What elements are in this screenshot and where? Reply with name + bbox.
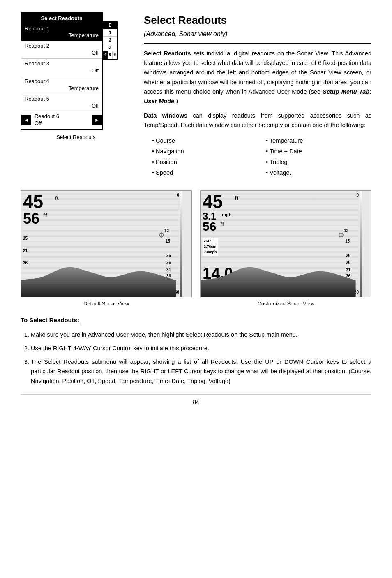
desc-intro-bold: Select Readouts (144, 50, 191, 57)
icon-row-bottom: 4 5 6 (103, 51, 117, 59)
terrain-svg-custom (201, 260, 356, 297)
arrow-left-icon[interactable]: ◄ (21, 115, 31, 125)
fish-icon-default: ⚙ (158, 230, 165, 241)
depth-main-custom: 45 (203, 193, 223, 211)
depth-unit-default: ft (55, 194, 59, 202)
list-item-course: Course (152, 135, 258, 146)
menu-item-readout1[interactable]: Readout 1 Temperature (21, 24, 102, 42)
scale-top-label-default: 0 (177, 192, 179, 198)
side-label-21: 21 (23, 247, 28, 254)
scale-top-label-custom: 0 (356, 192, 359, 198)
right-label-26a: 26 (166, 252, 171, 259)
list-item-speed: Speed (152, 167, 258, 178)
description-paragraph1: Select Readouts sets individual digital … (144, 49, 371, 106)
list-item-triplog: Triplog (266, 157, 371, 167)
instructions-list: Make sure you are in Advanced User Mode,… (31, 330, 371, 386)
readout3-label: Readout 3 (25, 60, 99, 67)
readout2-value: Off (25, 50, 99, 57)
readout3-value: Off (25, 67, 99, 74)
default-sonar-image: 0 60 45 ft 56 °f 15 21 36 12 15 26 26 31… (21, 190, 192, 297)
customized-sonar-view: 0 60 45 ft 3.1 mph 56 °f 2:47 2.76sm 7.0… (200, 190, 371, 308)
nav-gsm: 2.76sm (204, 244, 217, 250)
readout4-label: Readout 4 (25, 78, 99, 85)
icon-2: 2 (103, 37, 117, 44)
readout6-inner: Readout 6 Off (31, 113, 92, 127)
desc-p1-end: .) (174, 98, 178, 104)
right-label-26c: 26 (346, 252, 350, 259)
menu-caption: Select Readouts (21, 133, 131, 141)
readout6-label: Readout 6 (35, 113, 89, 120)
nav-time: 2:47 (204, 238, 217, 244)
list-item-voltage: Voltage. (266, 167, 371, 178)
left-menu-panel: Select Readouts Readout 1 Temperature Re… (21, 12, 131, 182)
icon-1: 1 (103, 29, 117, 37)
icon-5: 5 (108, 51, 113, 59)
right-label-12: 12 (164, 228, 169, 234)
title-divider (144, 43, 371, 44)
fish-icon-custom: ⚙ (338, 230, 344, 241)
readout5-label: Readout 5 (25, 96, 99, 103)
speed-unit-custom: mph (222, 211, 231, 218)
page-subtitle: (Advanced, Sonar view only) (144, 29, 371, 39)
arrow-right-icon[interactable]: ► (92, 115, 102, 125)
page-number: 84 (193, 399, 199, 405)
depth-unit-custom: ft (235, 194, 238, 202)
list-item-temperature: Temperature (266, 135, 371, 146)
list-col-left: Course Navigation Position Speed (152, 135, 258, 178)
list-col-right: Temperature Time + Date Triplog Voltage. (266, 135, 371, 178)
temp-unit-custom: °f (220, 220, 224, 228)
menu-box: Select Readouts Readout 1 Temperature Re… (21, 12, 103, 130)
page-title: Select Readouts (144, 12, 371, 28)
data-windows-list: Course Navigation Position Speed Tempera… (152, 135, 371, 178)
menu-title: Select Readouts (21, 13, 102, 24)
instruction-step-2: Use the RIGHT 4-WAY Cursor Control key t… (31, 344, 371, 353)
customized-sonar-image: 0 60 45 ft 3.1 mph 56 °f 2:47 2.76sm 7.0… (200, 190, 371, 297)
readout4-value: Temperature (25, 85, 99, 92)
nav-mph: 7.0mph (204, 250, 217, 255)
icon-3: 3 (103, 44, 117, 51)
temp-main-default: 56 (23, 211, 39, 226)
depth-main-default: 45 (23, 193, 43, 211)
icon-D: D (103, 22, 117, 29)
icon-4: 4 (103, 51, 108, 59)
default-sonar-caption: Default Sonar View (83, 300, 129, 308)
terrain-default (21, 260, 191, 297)
menu-item-readout5[interactable]: Readout 5 Off (21, 94, 102, 112)
icon-6: 6 (113, 51, 117, 59)
sonar-section: 0 60 45 ft 56 °f 15 21 36 12 15 26 26 31… (21, 190, 371, 308)
nav-box-custom: 2:47 2.76sm 7.0mph (203, 238, 218, 256)
instructions-section: To Select Readouts: Make sure you are in… (21, 316, 371, 386)
instruction-step-3: The Select Readouts submenu will appear,… (31, 357, 371, 386)
list-item-position: Position (152, 157, 258, 167)
terrain-svg-default (21, 260, 176, 297)
temp-unit-default: °f (43, 211, 47, 220)
readout2-label: Readout 2 (25, 43, 99, 50)
default-sonar-view: 0 60 45 ft 56 °f 15 21 36 12 15 26 26 31… (21, 190, 192, 308)
menu-item-readout6[interactable]: ◄ Readout 6 Off ► (21, 111, 102, 129)
right-content: Select Readouts (Advanced, Sonar view on… (144, 12, 371, 182)
desc-data-windows-bold: Data windows (144, 112, 187, 119)
description-paragraph2: Data windows can display readouts from s… (144, 111, 371, 130)
readout1-label: Readout 1 (25, 25, 99, 32)
readout6-value: Off (35, 120, 89, 127)
right-label-15-custom: 15 (345, 238, 350, 244)
right-label-15: 15 (166, 238, 170, 244)
readout5-value: Off (25, 103, 99, 110)
menu-item-readout2[interactable]: Readout 2 Off (21, 41, 102, 59)
readout1-value: Temperature (25, 32, 99, 39)
menu-item-readout4[interactable]: Readout 4 Temperature (21, 76, 102, 94)
side-icons-panel: D 1 2 3 4 5 6 (103, 21, 118, 60)
instructions-title: To Select Readouts: (21, 316, 371, 325)
right-list: Temperature Time + Date Triplog Voltage. (266, 135, 371, 178)
temp-main-custom: 56 (203, 220, 216, 233)
list-item-time-date: Time + Date (266, 146, 371, 157)
terrain-custom (201, 260, 371, 297)
page-footer: 84 (21, 394, 371, 407)
left-list: Course Navigation Position Speed (152, 135, 258, 178)
list-item-navigation: Navigation (152, 146, 258, 157)
menu-item-readout3[interactable]: Readout 3 Off (21, 59, 102, 76)
customized-sonar-caption: Customized Sonar View (257, 300, 314, 308)
side-label-15a: 15 (23, 235, 28, 241)
right-label-12-custom: 12 (344, 228, 348, 234)
instruction-step-1: Make sure you are in Advanced User Mode,… (31, 330, 371, 340)
